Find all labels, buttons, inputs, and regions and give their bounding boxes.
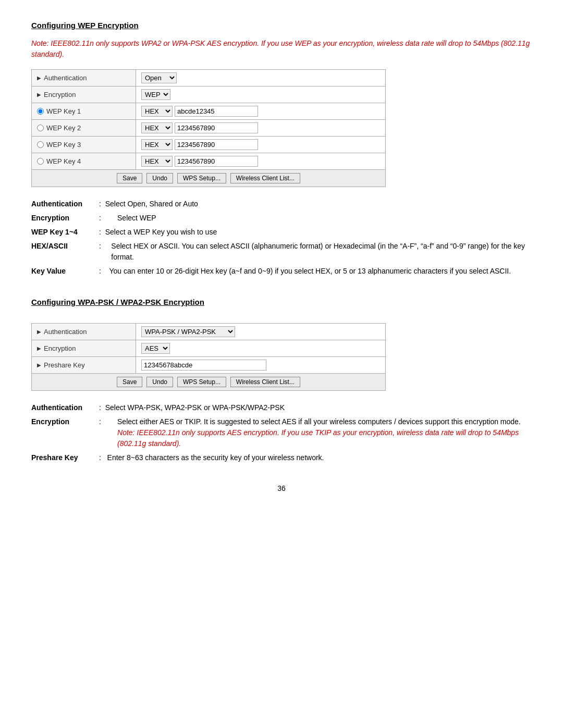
wpa-preshare-input[interactable] xyxy=(141,360,266,371)
wpa-enc-label: Encryption xyxy=(37,344,130,352)
enc-label-cell: Encryption xyxy=(32,87,136,103)
page-number: 36 xyxy=(31,484,532,492)
wep-key3-label-cell: WEP Key 3 xyxy=(32,137,136,153)
wep-button-row: Save Undo WPS Setup... Wireless Client L… xyxy=(32,170,386,187)
wpa-wireless-button[interactable]: Wireless Client List... xyxy=(230,377,300,387)
wep-key3-value-cell: HEX ASCII xyxy=(136,137,386,153)
wpa-preshare-label: Preshare Key xyxy=(37,361,130,369)
wpa-enc-label-cell: Encryption xyxy=(32,340,136,357)
wep-key2-input[interactable] xyxy=(175,122,258,133)
wep-key1-input[interactable] xyxy=(175,106,258,117)
wep-key4-radio[interactable] xyxy=(37,158,44,165)
desc-auth-colon: : xyxy=(99,199,105,209)
wpa-button-row: Save Undo WPS Setup... Wireless Client L… xyxy=(32,374,386,391)
wep-key4-format-select[interactable]: HEX ASCII xyxy=(141,156,173,167)
wpa-desc-auth-colon: : xyxy=(99,402,105,413)
desc-auth-label: Authentication xyxy=(31,199,99,209)
desc-wepkey-row: WEP Key 1~4 : Select a WEP Key you wish … xyxy=(31,227,532,238)
desc-enc-label: Encryption xyxy=(31,213,99,224)
wep-key2-label: WEP Key 2 xyxy=(46,124,81,132)
wep-wps-button[interactable]: WPS Setup... xyxy=(177,173,226,183)
wpa-wps-button[interactable]: WPS Setup... xyxy=(177,377,226,387)
wep-save-button[interactable]: Save xyxy=(117,173,142,183)
desc-enc-row: Encryption : Select WEP xyxy=(31,213,532,224)
wpa-auth-row: Authentication WPA-PSK / WPA2-PSK WPA-PS… xyxy=(32,324,386,340)
wpa-enc-select[interactable]: AES TKIP xyxy=(141,343,170,354)
wep-key1-format-select[interactable]: HEX ASCII xyxy=(141,106,173,117)
wep-key1-row: WEP Key 1 HEX ASCII xyxy=(32,103,386,120)
desc-keyvalue-value: You can enter 10 or 26-digit Hex key (a~… xyxy=(109,266,532,277)
wep-key2-value-cell: HEX ASCII xyxy=(136,120,386,137)
wpa-auth-value-cell: WPA-PSK / WPA2-PSK WPA-PSK WPA2-PSK xyxy=(136,324,386,340)
wep-key2-input-group: HEX ASCII xyxy=(141,122,380,133)
wep-key1-value-cell: HEX ASCII xyxy=(136,103,386,120)
wep-key1-label-cell: WEP Key 1 xyxy=(32,103,136,120)
enc-label: Encryption xyxy=(37,91,130,98)
wpa-desc-enc-text: Select either AES or TKIP. It is suggest… xyxy=(117,417,521,426)
desc-wepkey-label: WEP Key 1~4 xyxy=(31,227,99,238)
wpa-desc-preshare-row: Preshare Key : Enter 8~63 characters as … xyxy=(31,452,532,463)
wep-key3-radio[interactable] xyxy=(37,141,44,148)
wep-key3-input[interactable] xyxy=(175,139,258,150)
wep-descriptions: Authentication : Select Open, Shared or … xyxy=(31,199,532,277)
wpa-auth-label-cell: Authentication xyxy=(32,324,136,340)
wep-key2-radio[interactable] xyxy=(37,125,44,131)
wep-key4-input[interactable] xyxy=(175,156,258,167)
wep-key3-label: WEP Key 3 xyxy=(46,141,81,149)
wpa-preshare-row: Preshare Key xyxy=(32,357,386,374)
auth-label-cell: Authentication xyxy=(32,70,136,87)
auth-label: Authentication xyxy=(37,74,130,82)
wep-key4-radio-group: WEP Key 4 xyxy=(37,157,130,165)
desc-auth-value: Select Open, Shared or Auto xyxy=(105,199,532,209)
wep-undo-button[interactable]: Undo xyxy=(146,173,173,183)
wep-key4-label-cell: WEP Key 4 xyxy=(32,153,136,170)
wep-key1-radio-group: WEP Key 1 xyxy=(37,107,130,115)
auth-select[interactable]: Open Shared Auto xyxy=(141,72,177,83)
wep-key4-value-cell: HEX ASCII xyxy=(136,153,386,170)
wep-key2-format-select[interactable]: HEX ASCII xyxy=(141,122,173,133)
wep-key2-row: WEP Key 2 HEX ASCII xyxy=(32,120,386,137)
wep-key4-label: WEP Key 4 xyxy=(46,157,81,165)
wpa-save-button[interactable]: Save xyxy=(117,377,142,387)
enc-row: Encryption WEP xyxy=(32,87,386,103)
desc-hexascii-colon: : xyxy=(99,241,111,263)
desc-enc-value: Select WEP xyxy=(117,213,532,224)
wpa-desc-auth-label: Authentication xyxy=(31,402,99,413)
wpa-desc-preshare-label: Preshare Key xyxy=(31,452,99,463)
desc-wepkey-colon: : xyxy=(99,227,105,238)
desc-keyvalue-colon: : xyxy=(99,266,109,277)
wpa-desc-enc-row: Encryption : Select either AES or TKIP. … xyxy=(31,416,532,449)
enc-value-cell: WEP xyxy=(136,87,386,103)
desc-hexascii-label: HEX/ASCII xyxy=(31,241,99,263)
desc-keyvalue-label: Key Value xyxy=(31,266,99,277)
wep-key1-input-group: HEX ASCII xyxy=(141,106,380,117)
wpa-desc-auth-value: Select WPA-PSK, WPA2-PSK or WPA-PSK/WPA2… xyxy=(105,402,532,413)
section1-note: Note: IEEE802.11n only supports WPA2 or … xyxy=(31,38,532,60)
desc-hexascii-value: Select HEX or ASCII. You can select ASCI… xyxy=(111,241,532,263)
wep-config-table: Authentication Open Shared Auto Encrypti… xyxy=(31,69,386,187)
wpa-auth-select[interactable]: WPA-PSK / WPA2-PSK WPA-PSK WPA2-PSK xyxy=(141,326,235,337)
wpa-undo-button[interactable]: Undo xyxy=(146,377,173,387)
wep-key3-row: WEP Key 3 HEX ASCII xyxy=(32,137,386,153)
auth-row: Authentication Open Shared Auto xyxy=(32,70,386,87)
wep-key2-radio-group: WEP Key 2 xyxy=(37,124,130,132)
enc-select[interactable]: WEP xyxy=(141,89,170,100)
wpa-auth-label: Authentication xyxy=(37,328,130,336)
desc-hexascii-row: HEX/ASCII : Select HEX or ASCII. You can… xyxy=(31,241,532,263)
wep-key3-input-group: HEX ASCII xyxy=(141,139,380,150)
desc-enc-colon: : xyxy=(99,213,117,224)
wpa-desc-enc-value-block: Select either AES or TKIP. It is suggest… xyxy=(117,416,532,449)
wep-key3-format-select[interactable]: HEX ASCII xyxy=(141,139,173,150)
section2-title: Configuring WPA-PSK / WPA2-PSK Encryptio… xyxy=(31,298,532,306)
wpa-desc-preshare-colon: : xyxy=(99,452,107,463)
wpa-descriptions: Authentication : Select WPA-PSK, WPA2-PS… xyxy=(31,402,532,463)
wpa-desc-preshare-value: Enter 8~63 characters as the security ke… xyxy=(107,452,532,463)
wep-wireless-button[interactable]: Wireless Client List... xyxy=(230,173,300,183)
wpa-enc-value-cell: AES TKIP xyxy=(136,340,386,357)
wep-key1-label: WEP Key 1 xyxy=(46,107,81,115)
wep-key4-input-group: HEX ASCII xyxy=(141,156,380,167)
desc-wepkey-value: Select a WEP Key you wish to use xyxy=(105,227,532,238)
wep-key1-radio[interactable] xyxy=(37,108,44,115)
wpa-config-table: Authentication WPA-PSK / WPA2-PSK WPA-PS… xyxy=(31,323,386,391)
desc-auth-row: Authentication : Select Open, Shared or … xyxy=(31,199,532,209)
